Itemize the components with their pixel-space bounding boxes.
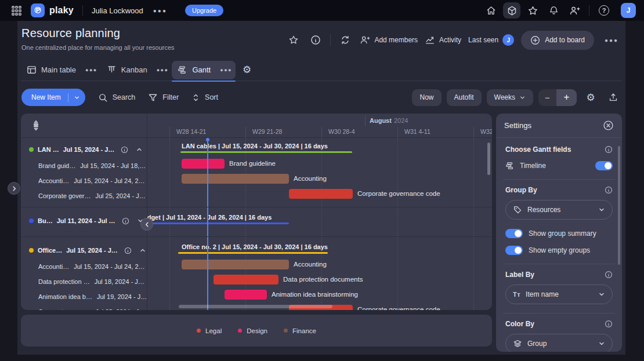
apps-grid-icon[interactable] <box>8 2 24 19</box>
label-by-label: Label By <box>505 271 534 279</box>
group-name: LAN … <box>38 146 59 153</box>
list-item[interactable]: Data protection …Jul 18, 2024 - J… <box>21 274 147 289</box>
now-button[interactable]: Now <box>412 89 441 106</box>
list-item[interactable]: Accounti…Jul 15, 2024 - Jul 24, 2… <box>21 259 147 274</box>
gantt-bar[interactable] <box>182 260 289 269</box>
list-item[interactable]: Brand guid…Jul 15, 2024 - Jul 18,… <box>21 158 147 173</box>
month-label: August2024 <box>370 117 408 124</box>
settings-scrollbar[interactable] <box>618 146 620 265</box>
export-icon[interactable] <box>605 89 622 106</box>
activity-button[interactable]: Activity <box>425 35 461 45</box>
group-header-row[interactable]: Office…Jul 15, 2024 - J… <box>21 243 147 258</box>
group-summary-line[interactable] <box>178 252 328 254</box>
user-avatar[interactable]: J <box>621 3 636 18</box>
group-by-select[interactable]: Resources <box>505 200 613 220</box>
info-icon[interactable] <box>605 320 613 328</box>
close-icon[interactable] <box>603 120 614 131</box>
expand-sidebar-button[interactable] <box>8 182 20 195</box>
star-board-icon[interactable] <box>286 35 301 45</box>
item-dates: Jul 25, 2024 - J… <box>96 308 146 310</box>
horizontal-scrollbar[interactable] <box>179 305 332 308</box>
gantt-bar[interactable] <box>214 275 278 285</box>
zoom-out-button[interactable]: − <box>538 89 556 106</box>
upgrade-button[interactable]: Upgrade <box>185 5 223 16</box>
info-icon[interactable] <box>605 186 613 194</box>
gantt-bar[interactable] <box>182 159 225 169</box>
show-group-summary-toggle[interactable] <box>505 229 523 238</box>
favorites-star-icon[interactable] <box>524 2 541 19</box>
legend-color-dot <box>238 329 242 333</box>
group-divider <box>21 236 492 237</box>
help-icon[interactable]: ? <box>595 2 613 19</box>
month-name: August <box>370 117 392 124</box>
list-item[interactable]: Corporate gover…Jul 25, 2024 - J… <box>21 188 147 203</box>
new-item-caret-icon[interactable] <box>68 94 85 101</box>
gantt-bar[interactable] <box>289 189 353 199</box>
expand-rows-icon[interactable] <box>31 120 41 131</box>
search-button[interactable]: Search <box>98 93 136 103</box>
group-header-row[interactable]: Bu…Jul 11, 2024 - Jul … <box>21 213 147 228</box>
active-tab[interactable]: Gantt●●● <box>172 61 236 79</box>
gantt-settings-gear-icon[interactable]: ⚙ <box>582 89 599 106</box>
sort-button[interactable]: Sort <box>191 93 218 102</box>
collapse-list-button[interactable] <box>140 218 153 231</box>
group-header-row[interactable]: LAN …Jul 15, 2024 - J… <box>21 142 147 157</box>
chevron-up-icon[interactable] <box>136 146 143 153</box>
board-sync-icon[interactable] <box>338 35 353 45</box>
notifications-bell-icon[interactable] <box>545 2 562 19</box>
info-icon[interactable] <box>605 145 613 154</box>
filter-button[interactable]: Filter <box>148 93 179 103</box>
scale-select[interactable]: Weeks <box>487 89 533 106</box>
activity-label: Activity <box>439 36 461 44</box>
group-dates: Jul 15, 2024 - J… <box>66 247 118 254</box>
board-info-icon[interactable] <box>308 35 323 45</box>
list-timeline-divider[interactable] <box>147 114 147 310</box>
last-seen[interactable]: Last seen J <box>468 34 514 46</box>
chevron-down-icon <box>598 291 605 298</box>
tab-gantt[interactable]: Gantt <box>172 61 216 79</box>
boards-icon[interactable] <box>503 2 520 19</box>
sort-label: Sort <box>205 93 218 101</box>
home-icon[interactable] <box>482 2 500 19</box>
add-to-board-button[interactable]: Add to board <box>521 31 594 50</box>
workspace-name[interactable]: Julia Lockwood <box>92 6 143 15</box>
zoom-in-button[interactable]: + <box>556 89 577 106</box>
tab-menu-icon[interactable]: ●●● <box>153 65 172 75</box>
list-item[interactable]: Accounti…Jul 15, 2024 - Jul 24, 2… <box>21 173 147 188</box>
gantt-bar[interactable] <box>182 174 289 184</box>
filter-icon <box>148 93 158 103</box>
group-summary-line[interactable] <box>147 223 289 224</box>
workspace-more-icon[interactable]: ●●● <box>150 5 171 16</box>
timeline-field-row: Timeline <box>505 161 613 170</box>
info-icon[interactable] <box>122 217 129 225</box>
gantt-bar[interactable] <box>225 290 267 300</box>
group-summary-line[interactable] <box>180 151 352 153</box>
autofit-button[interactable]: Autofit <box>447 89 482 106</box>
toolbar: New Item Search Filter Sort Now <box>21 87 622 108</box>
vertical-scrollbar[interactable] <box>487 143 490 175</box>
label-by-select[interactable]: Tт Item name <box>505 285 613 304</box>
show-empty-groups-toggle[interactable] <box>505 246 523 255</box>
info-icon[interactable] <box>124 247 132 254</box>
invite-user-icon[interactable] <box>566 2 583 19</box>
info-icon[interactable] <box>121 146 128 154</box>
page-subtitle: One centralized place for managing all y… <box>21 44 175 51</box>
list-item[interactable]: Corporate gover…Jul 25, 2024 - J… <box>21 304 147 310</box>
board-more-icon[interactable]: ●●● <box>601 35 622 46</box>
tab-menu-icon[interactable]: ●●● <box>216 65 236 75</box>
tab-menu-icon[interactable]: ●●● <box>82 65 101 75</box>
tab-kanban[interactable]: Kanban <box>101 61 153 79</box>
settings-divider <box>503 313 615 313</box>
timeline-toggle[interactable] <box>595 161 613 170</box>
info-icon[interactable] <box>605 271 613 279</box>
views-gear-icon[interactable]: ⚙ <box>243 65 251 75</box>
plaky-logo[interactable]: ℗ plaky <box>31 3 74 17</box>
list-item[interactable]: Animation idea b…Jul 19, 2024 - J… <box>21 289 147 304</box>
tab-main-table[interactable]: Main table <box>21 61 82 79</box>
chevron-up-icon[interactable] <box>139 247 146 254</box>
timeline-field-label: Timeline <box>520 162 546 170</box>
new-item-button[interactable]: New Item <box>21 89 85 106</box>
add-members-button[interactable]: Add members <box>360 35 418 45</box>
color-by-select[interactable]: Group <box>505 334 613 352</box>
legend-color-dot <box>197 329 201 333</box>
